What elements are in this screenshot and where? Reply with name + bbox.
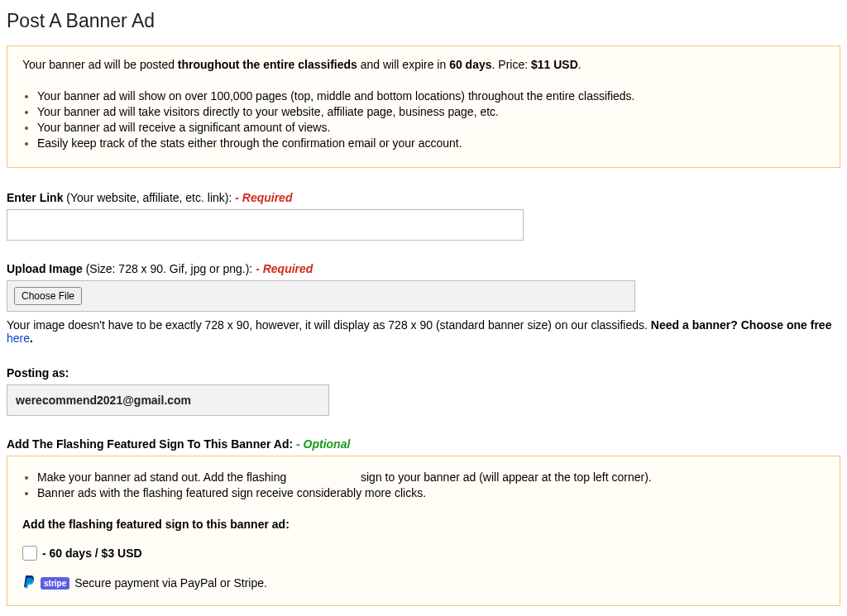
text: Make your banner ad stand out. Add the f… bbox=[37, 470, 290, 484]
text: sign to your banner ad (will appear at t… bbox=[361, 470, 652, 484]
text-bold: throughout the entire classifieds bbox=[178, 58, 357, 71]
label-bold: Enter Link bbox=[7, 191, 63, 204]
enter-link-section: Enter Link (Your website, affiliate, etc… bbox=[7, 191, 840, 241]
payment-text: Secure payment via PayPal or Stripe. bbox=[74, 576, 267, 590]
list-item: Banner ads with the flashing featured si… bbox=[37, 486, 825, 499]
paypal-icon bbox=[22, 575, 36, 590]
posting-as-value: werecommend2021@gmail.com bbox=[7, 384, 329, 416]
upload-image-label: Upload Image (Size: 728 x 90. Gif, jpg o… bbox=[7, 262, 840, 275]
text-bold: 60 days bbox=[449, 58, 491, 71]
hint-bold: Need a banner? Choose one free bbox=[651, 318, 832, 332]
label-rest: (Size: 728 x 90. Gif, jpg or png.): bbox=[83, 262, 256, 275]
featured-checkbox[interactable] bbox=[22, 546, 37, 561]
page-title: Post A Banner Ad bbox=[7, 10, 840, 32]
enter-link-label: Enter Link (Your website, affiliate, etc… bbox=[7, 191, 840, 204]
required-tag: - Required bbox=[235, 191, 292, 204]
featured-heading: Add The Flashing Featured Sign To This B… bbox=[7, 437, 840, 451]
hint-text: Your image doesn't have to be exactly 72… bbox=[7, 318, 651, 332]
upload-box: Choose File bbox=[7, 280, 635, 312]
info-intro: Your banner ad will be posted throughout… bbox=[22, 58, 825, 71]
featured-checkbox-row: - 60 days / $3 USD bbox=[22, 546, 825, 561]
featured-price-label: - 60 days / $3 USD bbox=[42, 547, 142, 560]
info-box: Your banner ad will be posted throughout… bbox=[7, 45, 840, 168]
required-tag: - Required bbox=[256, 262, 313, 275]
optional-tag: - Optional bbox=[296, 437, 350, 451]
hint-end: . bbox=[30, 332, 33, 345]
list-item: Your banner ad will show on over 100,000… bbox=[37, 89, 825, 103]
list-item: Your banner ad will take visitors direct… bbox=[37, 105, 825, 118]
info-bullets: Your banner ad will show on over 100,000… bbox=[22, 89, 825, 150]
label-bold: Upload Image bbox=[7, 262, 83, 275]
posting-as-section: Posting as: werecommend2021@gmail.com bbox=[7, 366, 840, 416]
list-item: Make your banner ad stand out. Add the f… bbox=[37, 470, 825, 484]
featured-subheading: Add the flashing featured sign to this b… bbox=[22, 518, 825, 531]
text: Your banner ad will be posted bbox=[22, 58, 178, 71]
free-banner-link[interactable]: here bbox=[7, 332, 30, 345]
upload-hint: Your image doesn't have to be exactly 72… bbox=[7, 318, 840, 345]
text: and will expire in bbox=[357, 58, 449, 71]
featured-section: Add The Flashing Featured Sign To This B… bbox=[7, 437, 840, 606]
label-rest: (Your website, affiliate, etc. link): bbox=[63, 191, 235, 204]
link-input[interactable] bbox=[7, 209, 524, 241]
label-bold: Add The Flashing Featured Sign To This B… bbox=[7, 437, 296, 451]
upload-image-section: Upload Image (Size: 728 x 90. Gif, jpg o… bbox=[7, 262, 840, 345]
list-item: Easily keep track of the stats either th… bbox=[37, 136, 825, 150]
payment-row: stripe Secure payment via PayPal or Stri… bbox=[22, 575, 825, 590]
choose-file-button[interactable]: Choose File bbox=[14, 287, 82, 305]
list-item: Your banner ad will receive a significan… bbox=[37, 121, 825, 134]
text: . Price: bbox=[492, 58, 531, 71]
text: . bbox=[578, 58, 581, 71]
featured-box: Make your banner ad stand out. Add the f… bbox=[7, 456, 840, 606]
text-bold: $11 USD bbox=[531, 58, 578, 71]
stripe-icon: stripe bbox=[41, 577, 69, 590]
posting-as-label: Posting as: bbox=[7, 366, 840, 380]
featured-bullets: Make your banner ad stand out. Add the f… bbox=[22, 470, 825, 499]
